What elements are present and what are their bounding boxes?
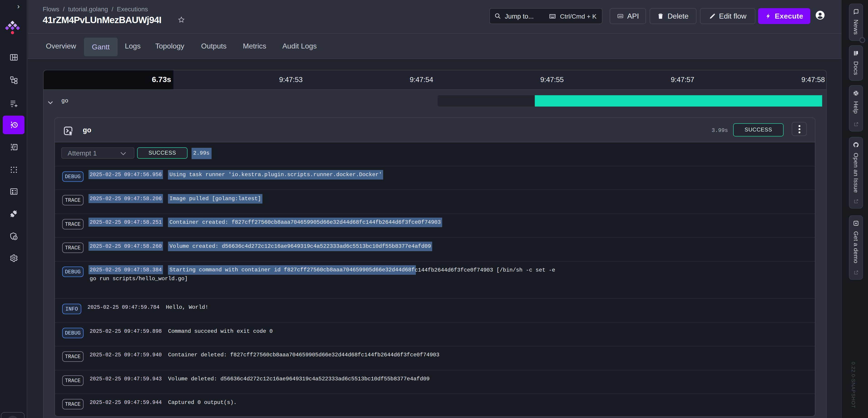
- svg-text:API: API: [618, 15, 622, 18]
